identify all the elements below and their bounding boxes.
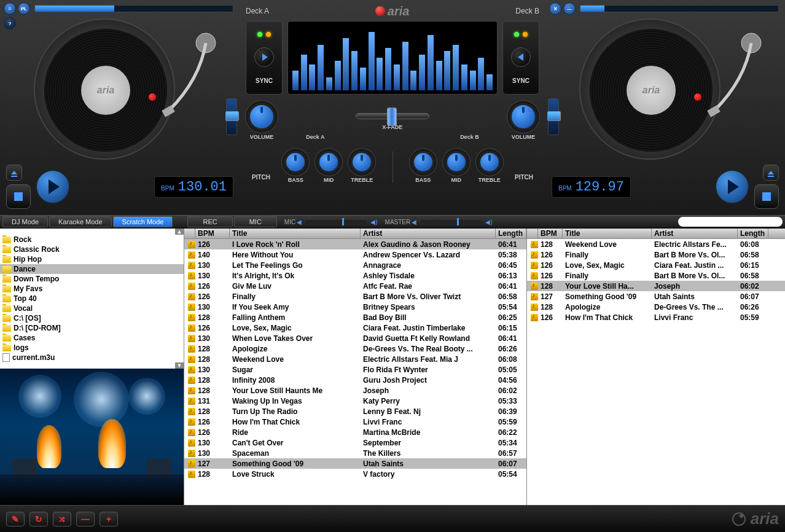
mic-volume-slider[interactable] (305, 220, 367, 224)
track-row[interactable]: 128Weekend LoveElectric Allstars Fe...06… (527, 239, 785, 249)
folder-item[interactable]: current.m3u (0, 353, 184, 362)
sync-b-play-button[interactable] (511, 47, 531, 67)
turntable-b[interactable]: aria (579, 18, 751, 166)
track-row[interactable]: 130It's Alright, It's OkAshley Tisdale06… (184, 270, 526, 281)
folder-item[interactable]: Top 40 (0, 294, 184, 303)
track-row[interactable]: 126FinallyBart B More Vs. Oliver Twizt06… (184, 291, 526, 302)
track-row[interactable]: 126Giv Me LuvAtfc Feat. Rae06:41 (184, 281, 526, 291)
folder-item[interactable]: Cases (0, 333, 184, 343)
track-row[interactable]: 126Love, Sex, MagicCiara Feat. Justin Ti… (184, 323, 526, 333)
folder-icon (2, 256, 11, 263)
sync-box-a: SYNC (246, 21, 283, 95)
track-row[interactable]: 126How I'm That ChickLivvi Franc05:59 (527, 312, 785, 323)
remove-button[interactable]: — (76, 512, 95, 526)
folder-icon (2, 237, 11, 243)
scratch-mode-tab[interactable]: Scratch Mode (113, 216, 173, 227)
folder-icon (2, 335, 11, 342)
music-note-icon (531, 241, 538, 248)
track-row[interactable]: 130SpacemanThe Killers06:57 (184, 448, 526, 458)
track-row[interactable]: 126RideMartina McBride06:22 (184, 427, 526, 437)
track-row[interactable]: 130SugarFlo Rida Ft Wynter05:05 (184, 364, 526, 375)
folder-item[interactable]: Down Tempo (0, 274, 184, 284)
track-row[interactable]: 131Waking Up In VegasKaty Perry05:33 (184, 396, 526, 406)
mid-a-knob[interactable] (318, 151, 340, 173)
track-row[interactable]: 127Something Good '09Utah Saints06:07 (184, 458, 526, 469)
folder-item[interactable]: D:\ [CD-ROM] (0, 323, 184, 333)
status-led-green-icon (514, 32, 519, 37)
folder-item[interactable]: Vocal (0, 303, 184, 313)
track-row[interactable]: 126Love, Sex, MagicCiara Feat. Justin ..… (527, 260, 785, 270)
folder-item[interactable]: Dance (0, 264, 184, 274)
folder-item[interactable]: Classic Rock (0, 244, 184, 254)
minimize-button[interactable]: — (563, 2, 576, 15)
playlist-button[interactable]: PL (18, 2, 30, 15)
folder-item[interactable]: Rock (0, 235, 184, 244)
menu-button[interactable]: ≡ (4, 2, 16, 15)
bass-b-knob[interactable] (412, 151, 434, 173)
track-row[interactable]: 128ApologizeDe-Grees Vs. The Real Booty … (184, 343, 526, 354)
crossfader[interactable] (356, 113, 429, 119)
volume-b-knob[interactable] (510, 103, 537, 130)
folder-icon (2, 325, 11, 332)
mic-button[interactable]: MIC (234, 216, 277, 227)
rec-button[interactable]: REC (187, 216, 232, 227)
track-row[interactable]: 128Turn Up The RadioLenny B Feat. Nj06:3… (184, 406, 526, 417)
turntable-a[interactable]: aria (34, 18, 206, 166)
track-row[interactable]: 130Let The Feelings GoAnnagrace06:45 (184, 260, 526, 270)
deck-a-pitch-slider[interactable] (226, 98, 237, 135)
track-row[interactable]: 130When Love Takes OverDavid Guetta Ft K… (184, 333, 526, 343)
treble-b-knob[interactable] (478, 151, 501, 173)
track-row[interactable]: 126FinallyBart B More Vs. Ol...06:58 (527, 270, 785, 281)
track-row[interactable]: 128Falling AnthemBad Boy Bill06:25 (184, 312, 526, 323)
scroll-down-button[interactable]: ▼ (175, 362, 184, 369)
track-row[interactable]: 128ApologizeDe-Grees Vs. The ...06:26 (527, 302, 785, 312)
folder-item[interactable]: logs (0, 343, 184, 353)
bass-a-knob[interactable] (284, 151, 307, 173)
track-row[interactable]: 128Weekend LoveElectric Allstars Feat. M… (184, 354, 526, 364)
speaker-left-icon: ◀ (412, 219, 416, 225)
folder-item[interactable]: Hip Hop (0, 254, 184, 264)
deck-b-pitch-slider[interactable] (548, 98, 559, 135)
dj-mode-tab[interactable]: DJ Mode (2, 216, 48, 227)
deck-b-stop-button[interactable] (754, 184, 779, 209)
track-row[interactable]: 126I Love Rock 'n' RollAlex Gaudino & Ja… (184, 239, 526, 249)
video-preview[interactable] (0, 369, 184, 505)
deck-a-progress[interactable] (34, 5, 233, 12)
close-button[interactable]: ✕ (549, 2, 561, 15)
track-row[interactable]: 127Something Good '09Utah Saints06:07 (527, 291, 785, 302)
karaoke-mode-tab[interactable]: Karaoke Mode (49, 216, 112, 227)
scroll-up-button[interactable]: ▲ (175, 229, 184, 235)
add-button[interactable]: + (100, 512, 118, 526)
deck-a: ≡ PL ? aria BPM (0, 0, 240, 215)
deck-b-eject-button[interactable] (763, 165, 779, 181)
deck-a-play-button[interactable] (36, 170, 70, 204)
track-row[interactable]: 128Your Love Still Ha...Joseph06:02 (527, 281, 785, 291)
treble-a-knob[interactable] (351, 151, 373, 173)
folder-item[interactable]: My Favs (0, 284, 184, 294)
master-volume-slider[interactable] (420, 220, 482, 224)
folder-item[interactable]: C:\ [OS] (0, 313, 184, 323)
eq-group-a: BASS MID TREBLE (284, 151, 373, 183)
music-note-icon (188, 345, 195, 353)
edit-button[interactable]: ✎ (6, 512, 25, 526)
deck-a-stop-button[interactable] (6, 184, 31, 209)
music-note-icon (188, 387, 195, 394)
sync-a-play-button[interactable] (254, 47, 274, 67)
track-row[interactable]: 128Infinity 2008Guru Josh Project04:56 (184, 375, 526, 385)
track-row[interactable]: 128Love StruckV factory05:54 (184, 469, 526, 479)
track-row[interactable]: 126FinallyBart B More Vs. Ol...06:58 (527, 249, 785, 260)
volume-a-knob[interactable] (248, 103, 275, 130)
track-row[interactable]: 130If You Seek AmyBritney Spears05:54 (184, 302, 526, 312)
deck-b-play-button[interactable] (715, 170, 749, 204)
help-button[interactable]: ? (4, 17, 16, 29)
shuffle-button[interactable]: ⤮ (53, 512, 71, 526)
mid-b-knob[interactable] (445, 151, 467, 173)
search-input[interactable] (678, 217, 783, 227)
track-row[interactable]: 130Can't Get OverSeptember05:34 (184, 437, 526, 448)
deck-b-progress[interactable] (580, 5, 779, 12)
deck-a-eject-button[interactable] (6, 165, 22, 181)
track-row[interactable]: 126How I'm That ChickLivvi Franc05:59 (184, 417, 526, 427)
track-row[interactable]: 140Here Without YouAndrew Spencer Vs. La… (184, 249, 526, 260)
loop-button[interactable]: ↻ (29, 512, 48, 526)
track-row[interactable]: 128Your Love Still Haunts MeJoseph06:02 (184, 385, 526, 396)
